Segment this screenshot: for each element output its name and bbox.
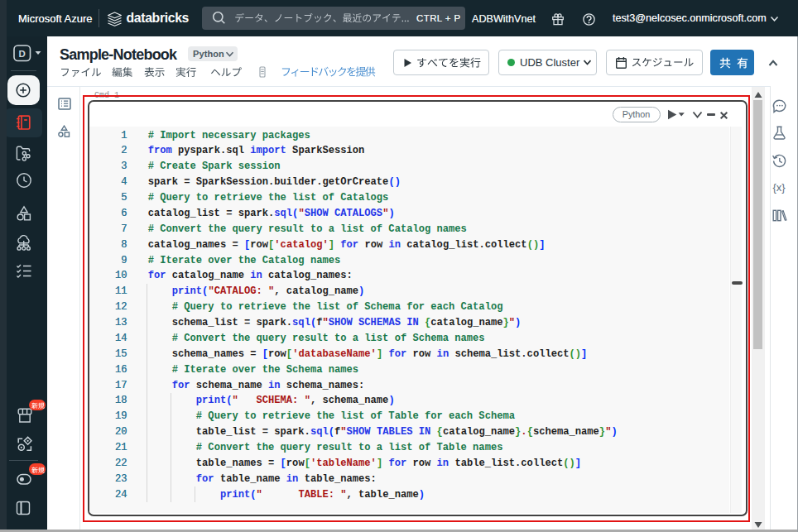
svg-text:D: D bbox=[18, 49, 25, 59]
